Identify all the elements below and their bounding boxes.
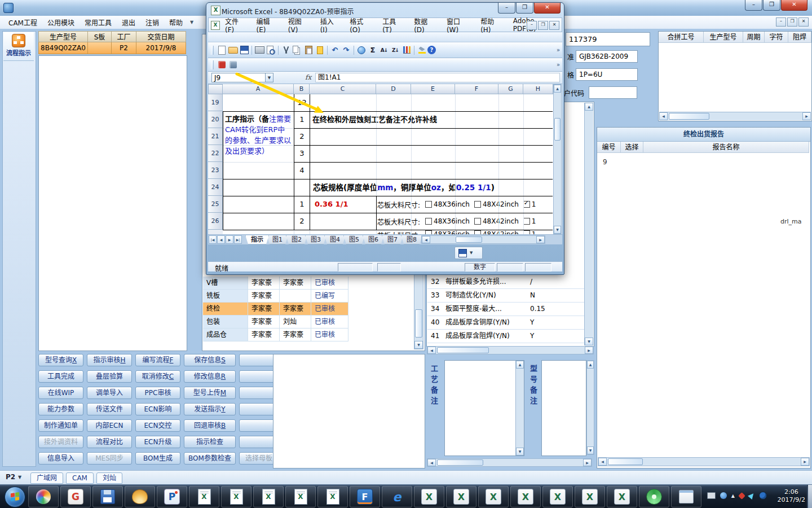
scroll-right-arrow[interactable]: ▶ [585, 347, 593, 354]
action-button-r3c4[interactable]: 型号上传M [184, 387, 236, 399]
app-menu-item[interactable]: 注销 [140, 16, 164, 28]
action-button-r6c3[interactable]: ECN升级 [135, 436, 180, 448]
merge-table-hscrollbar[interactable]: ◀ ▶ [659, 112, 811, 120]
scroll-thumb[interactable] [415, 309, 422, 338]
close-button[interactable]: ✕ [534, 3, 561, 14]
scroll-right-arrow[interactable]: ▶ [802, 112, 811, 120]
action-button-r2c1[interactable]: 工具完成 [38, 370, 83, 383]
checkbox[interactable] [523, 201, 530, 208]
cell-D27-partial[interactable]: 芯板大料尺寸:48X36inch48X42inch1 [377, 230, 552, 234]
mdi-minimize-button[interactable]: – [527, 21, 537, 30]
sheet-tab-6[interactable]: 图6 [363, 235, 384, 244]
red-tray-icon[interactable] [738, 492, 745, 500]
pdf-convert-icon[interactable] [216, 60, 227, 70]
excel-menu-item[interactable]: 文件(F) [220, 15, 251, 35]
column-header-c[interactable]: C [310, 84, 376, 94]
parameters-hscrollbar[interactable]: ◀ ▶ [427, 346, 594, 354]
save-icon[interactable] [457, 248, 468, 258]
action-button-r6c2[interactable]: 流程对比 [87, 436, 132, 448]
action-button-r7c2[interactable]: MES同步 [87, 452, 132, 465]
toolbar-grip[interactable] [211, 46, 214, 55]
copy-icon[interactable] [292, 45, 303, 55]
row-header-25[interactable]: 25 [208, 196, 223, 213]
sheet-tab-3[interactable]: 图3 [305, 235, 326, 244]
app-menu-item[interactable]: 公用模块 [42, 16, 80, 28]
checkbox[interactable] [425, 230, 432, 234]
column-header-g[interactable]: G [498, 84, 523, 94]
flashfxp-button[interactable]: F [350, 486, 380, 507]
order-header-factory[interactable]: 工厂 [112, 31, 136, 42]
column-header-e[interactable]: E [411, 84, 455, 94]
process-row[interactable]: 成品仓李家豪李家豪已审核 [203, 329, 406, 341]
scroll-down-arrow[interactable]: ▼ [516, 448, 524, 456]
scroll-down-arrow[interactable]: ▼ [587, 446, 594, 454]
excel-menu-item[interactable]: 视图(V) [283, 15, 315, 35]
parameter-row[interactable]: 34板面平整度-最大...0.15 [427, 303, 584, 316]
sheet-tab-1[interactable]: 图1 [267, 235, 288, 244]
hyperlink-icon[interactable] [356, 45, 367, 55]
scroll-thumb[interactable] [437, 347, 489, 353]
cell-D25-merged[interactable]: 芯板大料尺寸:48X36inch48X42inch1 [377, 196, 552, 212]
column-header-f[interactable]: F [455, 84, 498, 94]
open-icon[interactable] [227, 45, 239, 55]
excel-menu-item[interactable]: 工具(T) [377, 15, 409, 35]
excel-doc-button[interactable]: X [317, 486, 348, 507]
scroll-right-arrow[interactable]: ▶ [583, 459, 592, 466]
checkbox[interactable] [523, 218, 530, 225]
row-header-19[interactable]: 19 [208, 94, 223, 111]
action-button-r2c4[interactable]: 修改信息R [184, 370, 236, 383]
shell-app-button[interactable] [125, 486, 155, 507]
excel-app-button[interactable]: X [575, 486, 605, 507]
merge-table-header[interactable]: 阻焊 [788, 32, 811, 43]
checkbox[interactable] [474, 201, 481, 208]
merge-table-header[interactable]: 生产型号 [704, 32, 743, 43]
taskbar-clock[interactable]: 2:06 2017/9/2 [778, 488, 805, 504]
app-menu-item[interactable]: 退出 [117, 16, 140, 28]
checkbox[interactable] [523, 230, 530, 234]
scroll-down-arrow[interactable]: ▼ [554, 226, 561, 234]
autosum-icon[interactable]: Σ [367, 45, 378, 55]
standard-field[interactable]: GJB362B-2009 [576, 50, 638, 63]
action-button-r3c3[interactable]: PPC审核 [135, 387, 180, 399]
remark-hscrollbar[interactable]: ◀ ▶ [427, 458, 592, 467]
cell-D26-merged[interactable]: 芯板大料尺寸:48X36inch48X42inch1 [377, 213, 552, 229]
model-remark-vscrollbar[interactable]: ▲ ▼ [586, 360, 594, 455]
cell-B20[interactable]: 1 [294, 111, 310, 128]
toolbar-options-chevron[interactable]: » [557, 47, 560, 53]
spec-field[interactable]: 1P=6U [576, 68, 638, 81]
mdi-minimize-button[interactable]: – [776, 17, 786, 27]
mdi-restore-button[interactable]: ❐ [787, 17, 797, 27]
action-button-r5c4[interactable]: 回退审核B [184, 419, 236, 432]
cells-area[interactable]: 12 工序指示（备注需要CAM转化到ERP中的参数、生产要求以及出货要求） 1 … [223, 94, 553, 234]
toolbar-options-chevron[interactable]: » [557, 62, 560, 68]
undo-icon[interactable]: ↶ [329, 45, 341, 55]
scroll-thumb[interactable] [608, 458, 643, 465]
checkbox[interactable] [474, 230, 481, 234]
action-button-r5c2[interactable]: 内部ECN [87, 419, 132, 432]
menu-overflow-icon[interactable]: ▼ [188, 20, 196, 25]
blue-dot-tray-icon[interactable] [720, 492, 727, 499]
process-remark-box[interactable]: ▲ ▼ [444, 360, 524, 456]
formula-input[interactable]: 图1!A1 [315, 73, 560, 82]
parameter-row[interactable]: 40成品板厚含铜厚(Y/N)Y [427, 316, 584, 330]
name-box[interactable]: J9 [211, 73, 266, 82]
excel-doc-button[interactable]: X [221, 486, 251, 507]
prev-sheet-button[interactable]: ◀ [217, 235, 225, 244]
excel-menu-item[interactable]: 数据(D) [409, 15, 442, 35]
toolbar-grip[interactable] [211, 60, 214, 69]
format-painter-icon[interactable] [314, 45, 325, 55]
action-button-r6c1[interactable]: 接外调资料 [38, 436, 83, 448]
grid-hscrollbar[interactable]: ◀ ▶ [421, 235, 545, 244]
hidden-icons-arrow[interactable]: ▲ [731, 493, 735, 498]
sheet-tab-0[interactable]: 指示 [245, 235, 269, 244]
app-menu-item[interactable]: 常用工具 [80, 16, 117, 28]
window-app-button[interactable] [671, 486, 701, 507]
scroll-up-arrow[interactable]: ▲ [587, 361, 594, 369]
action-button-r6c4[interactable]: 指示检查 [184, 436, 236, 448]
excel-app-button[interactable]: X [478, 486, 509, 507]
action-button-r2c3[interactable]: 取消修改C [135, 370, 180, 383]
grid-vscrollbar[interactable]: ▲ ▼ [553, 84, 562, 234]
first-sheet-button[interactable]: |◀ [209, 235, 217, 244]
mdi-restore-button[interactable]: ❐ [538, 21, 548, 30]
close-button[interactable]: ✕ [781, 0, 807, 11]
